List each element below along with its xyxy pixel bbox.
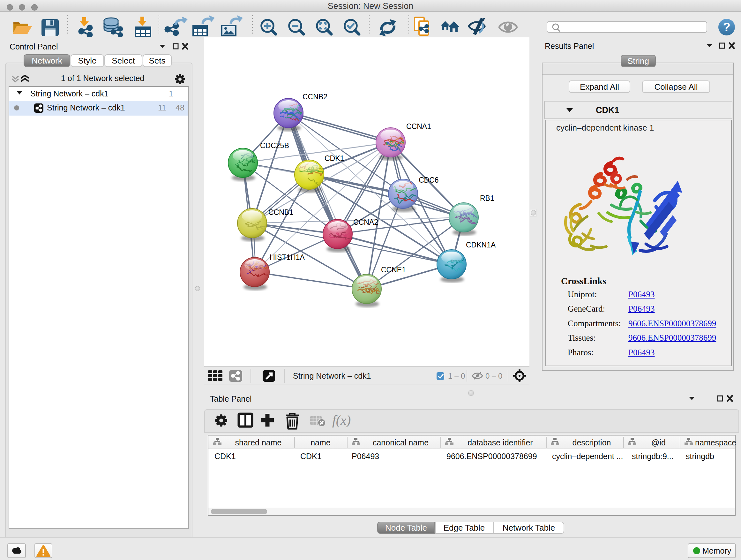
svg-text:CCNA1: CCNA1	[406, 122, 431, 131]
svg-text:CCNA2: CCNA2	[353, 218, 378, 226]
svg-text:CDKN1A: CDKN1A	[466, 241, 496, 249]
svg-text:CDC6: CDC6	[419, 176, 439, 184]
svg-text:HIST1H1A: HIST1H1A	[270, 253, 305, 261]
svg-text:CCNB1: CCNB1	[268, 208, 293, 216]
svg-text:RB1: RB1	[480, 194, 494, 202]
svg-text:0 – 0: 0 – 0	[485, 372, 502, 380]
svg-text:?: ?	[723, 20, 730, 34]
svg-text:CCNB2: CCNB2	[302, 92, 327, 101]
svg-text:f(x): f(x)	[332, 413, 351, 428]
svg-text:String Network – cdk1: String Network – cdk1	[293, 371, 371, 380]
svg-text:CDC25B: CDC25B	[260, 141, 289, 150]
svg-text:CDK1: CDK1	[325, 154, 344, 163]
svg-text:CCNE1: CCNE1	[381, 266, 406, 274]
svg-text:1 – 0: 1 – 0	[448, 372, 465, 380]
